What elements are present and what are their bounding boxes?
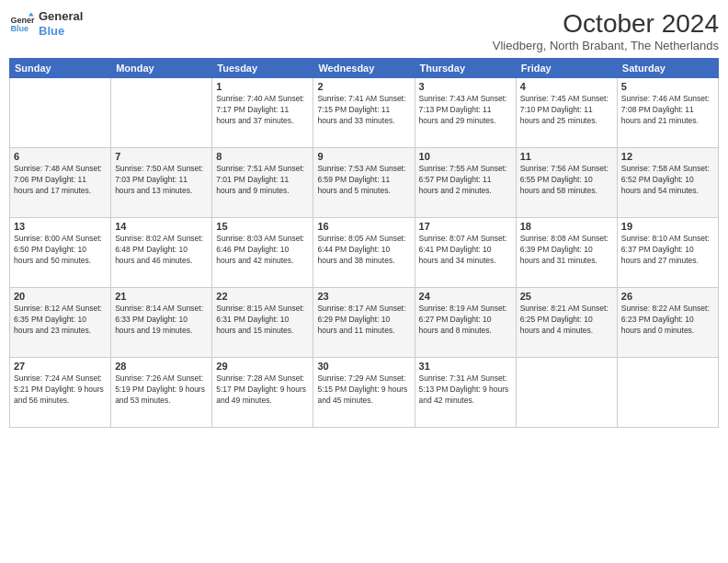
- day-number: 8: [216, 151, 309, 162]
- day-info: Sunrise: 8:02 AM Sunset: 6:48 PM Dayligh…: [115, 234, 208, 267]
- logo: General Blue General Blue: [9, 9, 83, 38]
- day-info: Sunrise: 7:45 AM Sunset: 7:10 PM Dayligh…: [520, 94, 613, 127]
- table-row: 22Sunrise: 8:15 AM Sunset: 6:31 PM Dayli…: [212, 288, 313, 358]
- day-number: 4: [520, 81, 613, 92]
- day-number: 23: [317, 291, 410, 302]
- day-info: Sunrise: 8:14 AM Sunset: 6:33 PM Dayligh…: [115, 304, 208, 337]
- calendar-table: Sunday Monday Tuesday Wednesday Thursday…: [9, 58, 719, 428]
- day-number: 12: [621, 151, 714, 162]
- day-info: Sunrise: 7:48 AM Sunset: 7:06 PM Dayligh…: [14, 164, 107, 197]
- svg-marker-2: [28, 12, 34, 16]
- day-info: Sunrise: 7:55 AM Sunset: 6:57 PM Dayligh…: [419, 164, 512, 197]
- table-row: 13Sunrise: 8:00 AM Sunset: 6:50 PM Dayli…: [10, 218, 111, 288]
- day-info: Sunrise: 8:03 AM Sunset: 6:46 PM Dayligh…: [216, 234, 309, 267]
- table-row: 19Sunrise: 8:10 AM Sunset: 6:37 PM Dayli…: [617, 218, 718, 288]
- col-tuesday: Tuesday: [212, 59, 313, 78]
- table-row: 8Sunrise: 7:51 AM Sunset: 7:01 PM Daylig…: [212, 148, 313, 218]
- col-saturday: Saturday: [617, 59, 718, 78]
- day-number: 7: [115, 151, 208, 162]
- col-sunday: Sunday: [10, 59, 111, 78]
- day-number: 1: [216, 81, 309, 92]
- calendar-week-row: 20Sunrise: 8:12 AM Sunset: 6:35 PM Dayli…: [10, 288, 719, 358]
- day-info: Sunrise: 7:28 AM Sunset: 5:17 PM Dayligh…: [216, 373, 309, 407]
- day-number: 27: [14, 361, 107, 372]
- day-info: Sunrise: 8:12 AM Sunset: 6:35 PM Dayligh…: [14, 304, 107, 337]
- logo-icon: General Blue: [9, 11, 35, 37]
- day-number: 20: [14, 291, 107, 302]
- day-info: Sunrise: 7:51 AM Sunset: 7:01 PM Dayligh…: [216, 164, 309, 197]
- table-row: [111, 78, 212, 148]
- table-row: 28Sunrise: 7:26 AM Sunset: 5:19 PM Dayli…: [111, 358, 212, 428]
- day-number: 17: [419, 221, 512, 232]
- col-wednesday: Wednesday: [313, 59, 415, 78]
- table-row: 6Sunrise: 7:48 AM Sunset: 7:06 PM Daylig…: [10, 148, 111, 218]
- calendar-week-row: 27Sunrise: 7:24 AM Sunset: 5:21 PM Dayli…: [10, 358, 719, 428]
- table-row: 11Sunrise: 7:56 AM Sunset: 6:55 PM Dayli…: [516, 148, 617, 218]
- table-row: 24Sunrise: 8:19 AM Sunset: 6:27 PM Dayli…: [415, 288, 516, 358]
- calendar-week-row: 1Sunrise: 7:40 AM Sunset: 7:17 PM Daylig…: [10, 78, 719, 148]
- day-info: Sunrise: 8:05 AM Sunset: 6:44 PM Dayligh…: [317, 234, 410, 267]
- table-row: [516, 358, 617, 428]
- table-row: 31Sunrise: 7:31 AM Sunset: 5:13 PM Dayli…: [415, 358, 516, 428]
- col-friday: Friday: [516, 59, 617, 78]
- table-row: 15Sunrise: 8:03 AM Sunset: 6:46 PM Dayli…: [212, 218, 313, 288]
- day-info: Sunrise: 7:40 AM Sunset: 7:17 PM Dayligh…: [216, 94, 309, 127]
- day-info: Sunrise: 8:07 AM Sunset: 6:41 PM Dayligh…: [419, 234, 512, 267]
- day-info: Sunrise: 7:26 AM Sunset: 5:19 PM Dayligh…: [115, 373, 208, 407]
- day-number: 31: [419, 361, 512, 372]
- table-row: 10Sunrise: 7:55 AM Sunset: 6:57 PM Dayli…: [415, 148, 516, 218]
- day-number: 3: [419, 81, 512, 92]
- day-number: 22: [216, 291, 309, 302]
- day-info: Sunrise: 7:24 AM Sunset: 5:21 PM Dayligh…: [14, 373, 107, 407]
- table-row: 2Sunrise: 7:41 AM Sunset: 7:15 PM Daylig…: [313, 78, 415, 148]
- day-number: 10: [419, 151, 512, 162]
- day-number: 24: [419, 291, 512, 302]
- calendar-week-row: 13Sunrise: 8:00 AM Sunset: 6:50 PM Dayli…: [10, 218, 719, 288]
- table-row: 7Sunrise: 7:50 AM Sunset: 7:03 PM Daylig…: [111, 148, 212, 218]
- table-row: 12Sunrise: 7:58 AM Sunset: 6:52 PM Dayli…: [617, 148, 718, 218]
- day-info: Sunrise: 8:19 AM Sunset: 6:27 PM Dayligh…: [419, 304, 512, 337]
- table-row: 30Sunrise: 7:29 AM Sunset: 5:15 PM Dayli…: [313, 358, 415, 428]
- day-number: 19: [621, 221, 714, 232]
- logo-text: General Blue: [39, 9, 83, 38]
- day-number: 15: [216, 221, 309, 232]
- day-number: 14: [115, 221, 208, 232]
- day-info: Sunrise: 7:43 AM Sunset: 7:13 PM Dayligh…: [419, 94, 512, 127]
- day-info: Sunrise: 8:22 AM Sunset: 6:23 PM Dayligh…: [621, 304, 714, 337]
- day-info: Sunrise: 8:00 AM Sunset: 6:50 PM Dayligh…: [14, 234, 107, 267]
- day-number: 21: [115, 291, 208, 302]
- table-row: 27Sunrise: 7:24 AM Sunset: 5:21 PM Dayli…: [10, 358, 111, 428]
- day-info: Sunrise: 7:58 AM Sunset: 6:52 PM Dayligh…: [621, 164, 714, 197]
- table-row: 4Sunrise: 7:45 AM Sunset: 7:10 PM Daylig…: [516, 78, 617, 148]
- day-info: Sunrise: 8:10 AM Sunset: 6:37 PM Dayligh…: [621, 234, 714, 267]
- day-number: 9: [317, 151, 410, 162]
- table-row: 3Sunrise: 7:43 AM Sunset: 7:13 PM Daylig…: [415, 78, 516, 148]
- day-number: 6: [14, 151, 107, 162]
- day-info: Sunrise: 8:15 AM Sunset: 6:31 PM Dayligh…: [216, 304, 309, 337]
- table-row: 18Sunrise: 8:08 AM Sunset: 6:39 PM Dayli…: [516, 218, 617, 288]
- table-row: [10, 78, 111, 148]
- col-monday: Monday: [111, 59, 212, 78]
- calendar-week-row: 6Sunrise: 7:48 AM Sunset: 7:06 PM Daylig…: [10, 148, 719, 218]
- calendar-header-row: Sunday Monday Tuesday Wednesday Thursday…: [10, 59, 719, 78]
- header: General Blue General Blue October 2024 V…: [9, 9, 719, 52]
- day-info: Sunrise: 7:29 AM Sunset: 5:15 PM Dayligh…: [317, 373, 410, 407]
- table-row: 21Sunrise: 8:14 AM Sunset: 6:33 PM Dayli…: [111, 288, 212, 358]
- table-row: 20Sunrise: 8:12 AM Sunset: 6:35 PM Dayli…: [10, 288, 111, 358]
- day-info: Sunrise: 8:21 AM Sunset: 6:25 PM Dayligh…: [520, 304, 613, 337]
- day-number: 30: [317, 361, 410, 372]
- day-number: 16: [317, 221, 410, 232]
- col-thursday: Thursday: [415, 59, 516, 78]
- day-number: 18: [520, 221, 613, 232]
- title-block: October 2024 Vliedberg, North Brabant, T…: [493, 9, 719, 52]
- day-number: 28: [115, 361, 208, 372]
- day-info: Sunrise: 7:41 AM Sunset: 7:15 PM Dayligh…: [317, 94, 410, 127]
- table-row: [617, 358, 718, 428]
- day-number: 29: [216, 361, 309, 372]
- day-info: Sunrise: 7:53 AM Sunset: 6:59 PM Dayligh…: [317, 164, 410, 197]
- day-info: Sunrise: 8:08 AM Sunset: 6:39 PM Dayligh…: [520, 234, 613, 267]
- page: General Blue General Blue October 2024 V…: [0, 0, 728, 563]
- table-row: 1Sunrise: 7:40 AM Sunset: 7:17 PM Daylig…: [212, 78, 313, 148]
- subtitle: Vliedberg, North Brabant, The Netherland…: [493, 39, 719, 52]
- day-info: Sunrise: 7:50 AM Sunset: 7:03 PM Dayligh…: [115, 164, 208, 197]
